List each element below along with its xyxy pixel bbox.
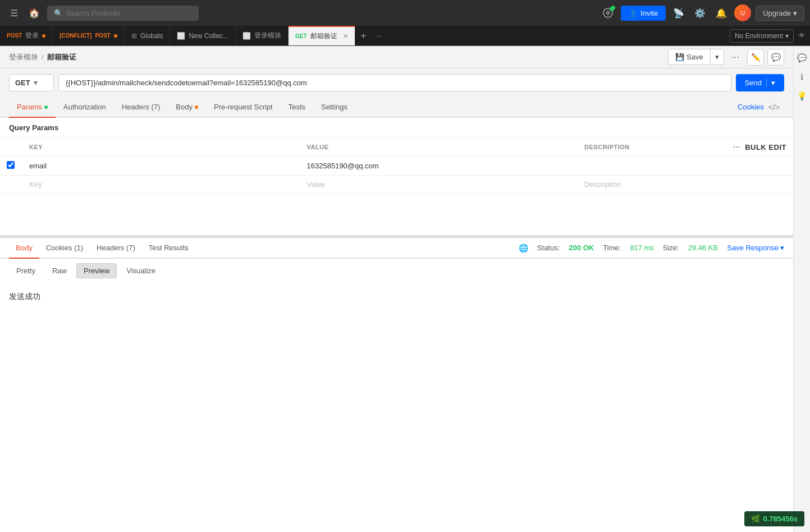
row-key-cell[interactable]: email: [22, 157, 300, 176]
key-placeholder: Key: [29, 180, 42, 189]
environment-selector[interactable]: No Environment ▾: [730, 29, 794, 43]
fmt-tab-pretty[interactable]: Pretty: [9, 263, 43, 278]
avatar[interactable]: U: [734, 4, 751, 21]
empty-desc-cell[interactable]: Description: [578, 176, 793, 194]
comment-icon[interactable]: 💬: [767, 49, 784, 66]
upgrade-label: Upgrade: [763, 9, 791, 17]
url-input[interactable]: {{HOST}}/admin/mailcheck/sendcodetoemail…: [58, 74, 731, 91]
headers-tab-label: Headers (7): [122, 103, 161, 111]
th-more-icon[interactable]: ···: [733, 143, 740, 152]
sync-icon[interactable]: [600, 4, 616, 21]
resp-tab-test-results[interactable]: Test Results: [142, 238, 195, 258]
main-area: 登录模块 / 邮箱验证 💾 Save ▾ ··· ✏️ 💬 GE: [0, 46, 810, 532]
resp-headers-label: Headers (7): [97, 244, 135, 252]
invite-label: Invite: [640, 9, 658, 17]
response-body: 发送成功: [0, 283, 793, 532]
tab-conflict[interactable]: [CONFLICT] POST: [53, 26, 124, 46]
tab-new-collection[interactable]: ⬜ New Collec...: [170, 26, 236, 46]
fmt-tab-preview[interactable]: Preview: [76, 263, 117, 278]
table-header-row: KEY VALUE DESCRIPTION ··· Bulk Edit: [0, 138, 793, 157]
method-select[interactable]: GET ▾: [9, 74, 54, 91]
tab-authorization[interactable]: Authorization: [56, 97, 114, 117]
more-options-button[interactable]: ···: [727, 50, 744, 65]
fmt-pretty-label: Pretty: [16, 267, 35, 275]
invite-button[interactable]: 👤 Invite: [621, 6, 666, 21]
sidebar-lightbulb-icon[interactable]: 💡: [795, 89, 809, 103]
collection-icon: ⬜: [177, 32, 185, 40]
save-response-dropdown-icon: ▾: [780, 244, 784, 252]
resp-tab-body[interactable]: Body: [9, 238, 39, 259]
resp-tab-cookies[interactable]: Cookies (1): [39, 238, 90, 258]
tab-label: 登录: [25, 31, 39, 40]
right-sidebar: 💬 ℹ 💡: [793, 46, 810, 532]
home-icon[interactable]: 🏠: [26, 4, 43, 21]
body-tab-label: Body: [176, 103, 193, 111]
empty-key-cell[interactable]: Key: [22, 176, 300, 194]
upgrade-button[interactable]: Upgrade ▾: [756, 6, 804, 21]
login-module-icon: ⬜: [242, 32, 251, 40]
search-icon: 🔍: [54, 9, 63, 17]
empty-value-cell[interactable]: Value: [300, 176, 578, 194]
row-checkbox-cell[interactable]: [0, 157, 22, 176]
sidebar-info-icon[interactable]: ℹ: [795, 70, 809, 84]
tab-body[interactable]: Body: [168, 97, 206, 117]
tab-tests[interactable]: Tests: [281, 97, 313, 117]
tab-mailcheck[interactable]: GET 邮箱验证 ✕: [289, 26, 355, 46]
edit-icon[interactable]: ✏️: [747, 49, 764, 66]
tab-new-collec-label: New Collec...: [189, 32, 228, 40]
row-desc-cell[interactable]: [578, 157, 793, 176]
save-icon: 💾: [675, 53, 684, 61]
tab-dot: [42, 34, 45, 38]
size-label: Size:: [663, 244, 679, 252]
th-key: KEY: [22, 138, 300, 157]
sidebar-comment-icon[interactable]: 💬: [795, 51, 809, 65]
status-code: 200 OK: [569, 244, 594, 252]
settings-icon[interactable]: ⚙️: [692, 4, 708, 21]
send-button[interactable]: Send ▾: [736, 74, 784, 91]
tab-get-badge: GET: [295, 33, 307, 39]
pre-request-tab-label: Pre-request Script: [214, 103, 273, 111]
notification-icon[interactable]: 🔔: [713, 4, 730, 21]
upgrade-dropdown-icon: ▾: [793, 9, 797, 17]
search-input[interactable]: [66, 9, 179, 17]
breadcrumb-sep: /: [42, 53, 44, 61]
globals-icon: ⊞: [131, 32, 137, 40]
tab-dot-2: [114, 34, 117, 38]
bulk-edit-button[interactable]: Bulk Edit: [745, 143, 786, 152]
topbar-left: ☰ 🏠: [6, 4, 43, 21]
more-tabs-button[interactable]: ···: [372, 31, 387, 40]
save-response-label: Save Response: [727, 244, 779, 252]
resp-tab-headers[interactable]: Headers (7): [90, 238, 142, 258]
tab-globals[interactable]: ⊞ Globals: [125, 26, 171, 46]
response-status: 🌐 Status: 200 OK Time: 817 ms Size: 29.4…: [519, 244, 784, 253]
fmt-tab-raw[interactable]: Raw: [45, 263, 74, 278]
save-button[interactable]: 💾 Save: [669, 50, 710, 64]
tab-login-module-label: 登录模块: [254, 31, 281, 40]
fmt-tab-visualize[interactable]: Visualize: [119, 263, 163, 278]
desc-placeholder: Description: [584, 180, 621, 189]
env-eye-icon[interactable]: 👁: [794, 31, 810, 40]
tab-settings[interactable]: Settings: [313, 97, 355, 117]
breadcrumb: 登录模块 / 邮箱验证: [9, 52, 76, 62]
tab-pre-request[interactable]: Pre-request Script: [206, 97, 281, 117]
tab-login-module[interactable]: ⬜ 登录模块: [236, 26, 289, 46]
conflict-badge: [CONFLICT]: [60, 33, 91, 39]
save-response-button[interactable]: Save Response ▾: [727, 244, 784, 252]
save-dropdown-icon[interactable]: ▾: [710, 49, 724, 65]
tab-post-login[interactable]: POST 登录: [0, 26, 53, 46]
tab-params[interactable]: Params: [9, 97, 56, 118]
search-bar[interactable]: 🔍: [47, 6, 199, 21]
topbar: ☰ 🏠 🔍 👤 Invite 📡 ⚙️ 🔔 U Upgrade ▾: [0, 0, 810, 26]
cookies-link[interactable]: Cookies: [738, 103, 764, 111]
method-dropdown-icon: ▾: [34, 79, 38, 87]
tab-headers[interactable]: Headers (7): [114, 97, 168, 117]
radio-icon[interactable]: 📡: [670, 4, 687, 21]
menu-icon[interactable]: ☰: [6, 4, 22, 21]
row-value-cell[interactable]: 1632585190@qq.com: [300, 157, 578, 176]
fmt-preview-label: Preview: [84, 267, 109, 275]
code-icon[interactable]: </>: [764, 103, 784, 112]
row-checkbox[interactable]: [7, 161, 15, 169]
tab-close-icon[interactable]: ✕: [343, 33, 348, 40]
add-tab-button[interactable]: +: [355, 31, 372, 41]
time-label: Time:: [603, 244, 621, 252]
